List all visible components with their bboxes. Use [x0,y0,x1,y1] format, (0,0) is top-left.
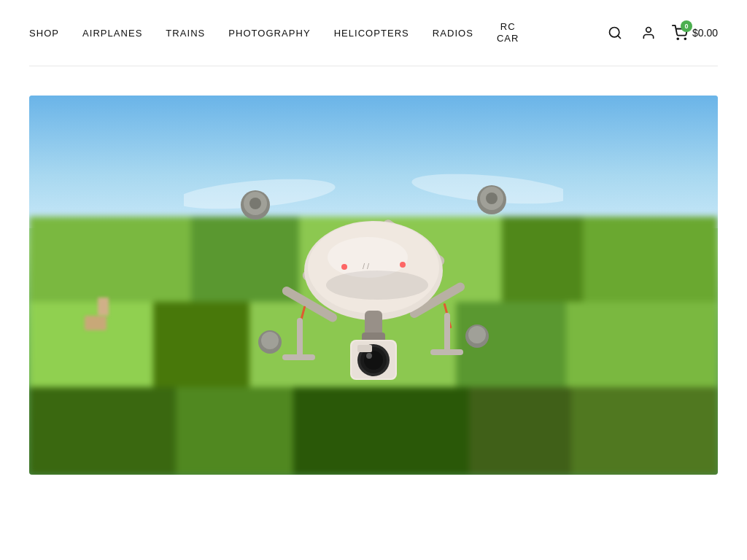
svg-rect-28 [282,354,315,360]
main-nav: SHOP AIRPLANES TRAINS PHOTOGRAPHY HELICO… [29,21,519,44]
main-content: / / [0,66,747,475]
svg-line-1 [618,36,621,39]
svg-rect-39 [357,345,372,352]
svg-point-38 [366,353,372,359]
search-button[interactable] [605,23,625,43]
nav-rc-car[interactable]: RC CAR [497,21,519,44]
account-icon [641,26,656,40]
site-header: SHOP AIRPLANES TRAINS PHOTOGRAPHY HELICO… [0,0,747,66]
svg-point-41 [400,262,406,268]
cart-icon-wrapper: 0 [672,25,688,41]
svg-point-40 [341,264,347,270]
svg-rect-27 [297,318,303,358]
svg-point-4 [684,38,686,39]
nav-photography[interactable]: PHOTOGRAPHY [228,28,310,39]
nav-airplanes[interactable]: AIRPLANES [82,28,142,39]
svg-point-16 [486,192,498,204]
nav-trains[interactable]: TRAINS [166,28,205,39]
svg-point-2 [646,28,651,33]
bg-building [85,316,107,330]
cart-price: $0.00 [692,27,718,39]
nav-radios[interactable]: RADIOS [433,28,473,39]
svg-point-13 [249,198,261,209]
svg-rect-29 [444,313,450,353]
svg-text:/  /: / / [363,262,370,271]
hero-image: / / [29,96,718,475]
hero-section: / / [0,66,747,475]
cart-badge: 0 [681,20,692,32]
nav-helicopters[interactable]: HELICOPTERS [334,28,409,39]
svg-point-18 [261,332,279,349]
svg-point-37 [364,351,383,370]
search-icon [608,26,622,40]
drone-svg: / / [184,125,563,446]
header-actions: 0 $0.00 [605,23,718,43]
nav-shop[interactable]: SHOP [29,28,59,39]
cart-button[interactable]: 0 $0.00 [672,25,718,41]
svg-point-3 [677,38,678,39]
svg-point-24 [326,271,428,300]
bg-building-2 [98,298,109,316]
account-button[interactable] [638,23,659,43]
drone-image: / / [184,125,563,446]
svg-point-20 [468,326,486,343]
svg-rect-30 [430,349,463,355]
